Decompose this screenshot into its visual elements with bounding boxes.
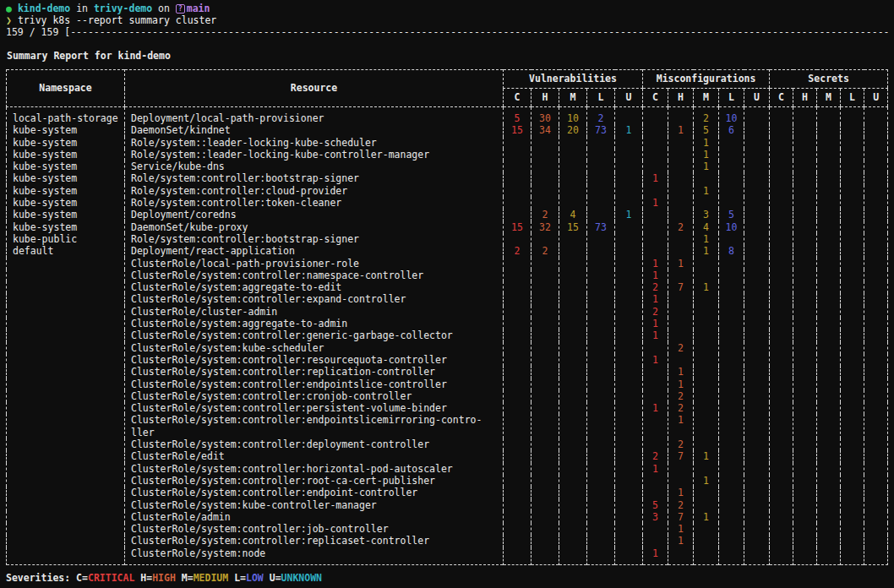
terminal-screen[interactable]: ● kind-demo in trivy-demo on ?main ❯ tri… xyxy=(0,0,894,586)
progress-line: 159 / 159 [-----------------------------… xyxy=(6,26,888,38)
count-cell xyxy=(531,414,559,438)
count-cell xyxy=(744,137,770,149)
count-cell: 2 xyxy=(531,209,559,220)
namespace-cell xyxy=(7,535,125,547)
resource-cell: ClusterRole/system:controller:cronjob-co… xyxy=(125,390,504,402)
count-cell xyxy=(694,270,719,281)
count-cell: 15 xyxy=(504,221,531,233)
count-cell xyxy=(744,149,770,161)
count-cell xyxy=(694,197,719,209)
prompt-arrow-icon: ❯ xyxy=(6,14,12,26)
count-cell xyxy=(504,293,531,305)
count-cell xyxy=(587,137,615,149)
count-cell xyxy=(817,366,841,378)
legend-item: C=CRITICAL xyxy=(76,572,134,584)
count-cell xyxy=(615,547,643,565)
count-cell xyxy=(559,523,587,535)
count-cell: 20 xyxy=(559,124,587,136)
count-cell xyxy=(864,172,888,184)
resource-cell: ClusterRole/system:controller:endpoint-c… xyxy=(125,487,504,498)
count-cell xyxy=(744,293,770,305)
count-cell xyxy=(531,354,559,366)
legend-severity-name: UNKNOWN xyxy=(281,572,322,584)
count-cell xyxy=(793,293,817,305)
count-cell xyxy=(559,402,587,414)
count-cell xyxy=(559,390,587,402)
resource-cell: ClusterRole/system:controller:generic-ga… xyxy=(125,329,504,341)
count-cell xyxy=(719,463,744,475)
count-cell: 2 xyxy=(587,107,615,125)
count-cell xyxy=(559,185,587,197)
count-cell xyxy=(694,342,719,354)
count-cell xyxy=(793,306,817,318)
count-cell: 2 xyxy=(643,306,668,318)
prompt-directory: kind-demo xyxy=(18,3,70,14)
legend-severity-name: CRITICAL xyxy=(88,572,134,584)
prompt-repo: trivy-demo xyxy=(94,3,152,14)
count-cell xyxy=(770,245,793,257)
table-row: local-path-storageDeployment/local-path-… xyxy=(7,107,888,125)
count-cell xyxy=(864,306,888,318)
count-cell xyxy=(793,318,817,329)
count-cell xyxy=(744,124,770,136)
count-cell xyxy=(504,185,531,197)
count-cell xyxy=(770,137,793,149)
count-cell xyxy=(841,318,864,329)
count-cell xyxy=(668,209,694,220)
resource-cell: ClusterRole/cluster-admin xyxy=(125,306,504,318)
count-cell xyxy=(719,318,744,329)
count-cell xyxy=(770,354,793,366)
count-cell xyxy=(559,270,587,281)
severity-column-header: C xyxy=(770,89,793,107)
count-cell xyxy=(531,149,559,161)
count-cell xyxy=(615,245,643,257)
count-cell xyxy=(864,475,888,487)
count-cell xyxy=(864,161,888,172)
count-cell xyxy=(817,547,841,565)
count-cell xyxy=(668,233,694,245)
count-cell xyxy=(615,197,643,209)
count-cell xyxy=(559,366,587,378)
count-cell xyxy=(668,547,694,565)
prompt-status-icon: ● xyxy=(6,3,12,14)
count-cell xyxy=(793,414,817,438)
count-cell xyxy=(770,107,793,125)
count-cell xyxy=(559,378,587,390)
legend-item: L=LOW xyxy=(234,572,264,584)
count-cell xyxy=(719,511,744,523)
count-cell xyxy=(817,535,841,547)
count-cell xyxy=(719,354,744,366)
namespace-cell: kube-public xyxy=(7,233,125,245)
count-cell xyxy=(744,107,770,125)
count-cell xyxy=(770,197,793,209)
count-cell xyxy=(587,233,615,245)
resource-cell: Service/kube-dns xyxy=(125,161,504,172)
count-cell xyxy=(643,438,668,450)
count-cell xyxy=(615,499,643,511)
table-row: ClusterRole/cluster-admin2 xyxy=(7,306,888,318)
count-cell: 32 xyxy=(531,221,559,233)
namespace-cell xyxy=(7,270,125,281)
count-cell xyxy=(559,414,587,438)
count-cell xyxy=(841,293,864,305)
count-cell xyxy=(770,475,793,487)
count-cell xyxy=(793,547,817,565)
count-cell xyxy=(864,487,888,498)
count-cell xyxy=(864,366,888,378)
count-cell xyxy=(719,414,744,438)
count-cell: 2 xyxy=(668,499,694,511)
count-cell xyxy=(793,107,817,125)
count-cell xyxy=(841,221,864,233)
resource-cell: ClusterRole/system:controller:expand-con… xyxy=(125,293,504,305)
table-row: ClusterRole/edit271 xyxy=(7,450,888,462)
severity-column-header: L xyxy=(841,89,864,107)
command-line: ❯ trivy k8s --report summary cluster xyxy=(6,14,888,26)
count-cell xyxy=(694,318,719,329)
prompt-word-on: on xyxy=(158,3,170,14)
count-cell: 2 xyxy=(668,438,694,450)
count-cell xyxy=(744,378,770,390)
count-cell xyxy=(770,172,793,184)
count-cell: 1 xyxy=(694,137,719,149)
count-cell xyxy=(587,378,615,390)
count-cell xyxy=(643,487,668,498)
